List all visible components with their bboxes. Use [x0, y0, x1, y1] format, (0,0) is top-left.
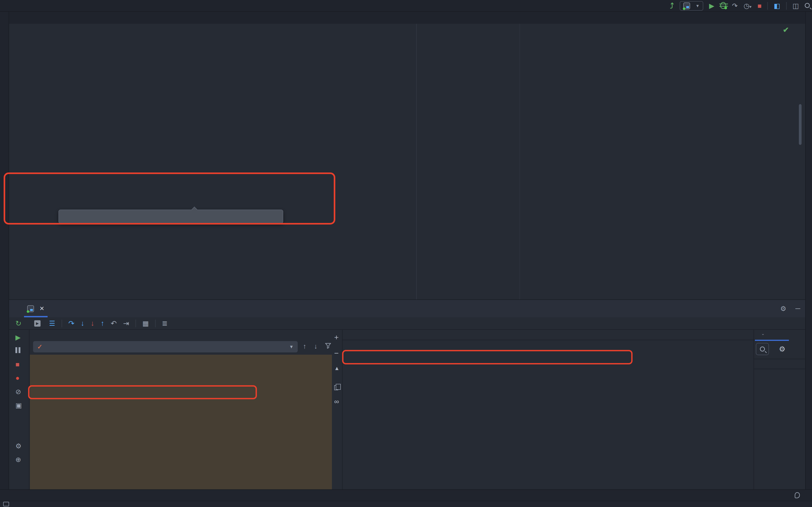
- left-tool-strip: [0, 12, 9, 489]
- project-structure-icon[interactable]: ◧: [774, 2, 780, 9]
- hide-panel-icon[interactable]: ─: [796, 305, 800, 313]
- debugger-toolbar: ↻ ▶ ☰ ↷ ↓ ↓ ↑ ↶ ⇥ ▦ ≣: [9, 317, 806, 330]
- run-config-icon: [683, 2, 690, 9]
- right-tool-strip: [805, 12, 812, 489]
- step-out-icon[interactable]: ↑: [101, 319, 104, 328]
- stop-button[interactable]: ■: [757, 2, 761, 9]
- status-bar: [0, 501, 812, 507]
- copy-stack-icon[interactable]: [334, 384, 338, 392]
- memory-settings-icon[interactable]: ⚙: [779, 345, 785, 353]
- view-breakpoints-icon[interactable]: ●: [15, 374, 19, 382]
- run-config-icon: [27, 305, 34, 312]
- visual-guide: [519, 24, 520, 299]
- tab-console[interactable]: ▶: [34, 320, 43, 327]
- filter-icon[interactable]: [325, 342, 331, 350]
- screen-icon: [3, 502, 9, 506]
- remove-watch-icon[interactable]: −: [334, 349, 339, 357]
- step-into-icon[interactable]: ↓: [81, 319, 85, 328]
- close-icon[interactable]: ✕: [39, 305, 44, 312]
- editor-tab-bar: [9, 12, 806, 24]
- thread-dropdown[interactable]: ✓ ▼: [33, 341, 298, 352]
- top-toolbar: ⤴ ▼ ▶ ↷ ◷▾ ■ ◧ ◫: [0, 0, 812, 12]
- event-log-button[interactable]: [794, 492, 803, 498]
- run-button[interactable]: ▶: [709, 2, 714, 9]
- run-anything-icon[interactable]: ◫: [793, 2, 799, 9]
- variables-panel: [343, 330, 763, 490]
- profiler-button[interactable]: ◷▾: [744, 2, 752, 9]
- debug-side-toolbar: ▶ ■ ● ⊘ ▣ ⚙ ⊕: [9, 330, 30, 490]
- debug-button[interactable]: [720, 2, 726, 10]
- variables-side-toolbar: + − ▲ ∞: [332, 330, 343, 490]
- memory-panel: ⌄ ⚙: [754, 330, 806, 490]
- inspections-ok-icon[interactable]: ✔: [783, 25, 789, 34]
- frames-panel: ✓ ▼ ↑ ↓: [30, 330, 332, 490]
- thread-dump-icon[interactable]: ▣: [15, 401, 22, 409]
- search-icon: [760, 346, 765, 351]
- evaluate-expression-icon[interactable]: ▦: [142, 319, 149, 327]
- memory-column-headers[interactable]: [754, 359, 806, 369]
- sort-down-icon[interactable]: ↓: [314, 342, 317, 350]
- force-step-into-icon[interactable]: ↓: [91, 319, 95, 328]
- layout-settings-icon[interactable]: ≣: [162, 319, 168, 327]
- event-log-icon: [794, 492, 800, 498]
- rerun-icon[interactable]: ↻: [15, 319, 21, 328]
- code-editor[interactable]: ✔: [9, 24, 802, 299]
- layout-icon[interactable]: ☰: [49, 319, 55, 327]
- debug-settings-icon[interactable]: ⚙: [15, 442, 21, 450]
- debug-session-tab[interactable]: ✕: [23, 300, 48, 317]
- stop-icon[interactable]: ■: [15, 360, 19, 368]
- editor-scrollbar[interactable]: [799, 104, 802, 145]
- debug-panel: ✕ ⚙ ─ ↻ ▶ ☰ ↷ ↓ ↓ ↑ ↶ ⇥ ▦ ≣ ▶: [9, 299, 806, 489]
- chevron-down-icon: ▼: [289, 344, 294, 349]
- watch-return-values-icon[interactable]: ∞: [334, 398, 339, 405]
- drop-frame-icon[interactable]: ↶: [111, 319, 117, 328]
- pin-icon[interactable]: ⊕: [15, 456, 21, 463]
- settings-gear-icon[interactable]: ⚙: [780, 305, 786, 313]
- resume-icon[interactable]: ▶: [15, 333, 20, 341]
- add-watch-icon[interactable]: +: [334, 333, 339, 342]
- mute-breakpoints-icon[interactable]: ⊘: [15, 388, 21, 396]
- run-config-selector[interactable]: ▼: [680, 1, 703, 11]
- search-everywhere-icon[interactable]: [805, 3, 810, 9]
- tool-window-bar: [0, 489, 812, 501]
- debug-panel-header: ✕ ⚙ ─: [9, 300, 806, 317]
- build-arrow-icon[interactable]: ⤴: [670, 2, 674, 10]
- pause-icon[interactable]: [15, 347, 20, 355]
- run-to-cursor-icon[interactable]: ⇥: [123, 319, 129, 328]
- scroll-up-icon[interactable]: ▲: [334, 365, 340, 372]
- chevron-down-icon: ▼: [696, 4, 700, 8]
- step-over-icon[interactable]: ↷: [68, 319, 74, 328]
- tab-memory[interactable]: ⌄: [759, 331, 765, 336]
- memory-search-button[interactable]: [756, 343, 769, 355]
- debugger-value-tooltip: [58, 210, 283, 224]
- sort-up-icon[interactable]: ↑: [303, 342, 306, 350]
- chevron-down-icon: ⌄: [761, 331, 765, 336]
- ide-window: ⤴ ▼ ▶ ↷ ◷▾ ■ ◧ ◫: [0, 0, 812, 507]
- run-controls: ⤴ ▼ ▶ ↷ ◷▾ ■ ◧ ◫: [670, 0, 810, 12]
- call-stack-list: [30, 355, 332, 490]
- hard-wrap-guide: [416, 24, 417, 299]
- thread-status-icon: ✓: [37, 343, 42, 351]
- coverage-button[interactable]: ↷: [732, 2, 738, 9]
- console-icon: ▶: [34, 320, 41, 327]
